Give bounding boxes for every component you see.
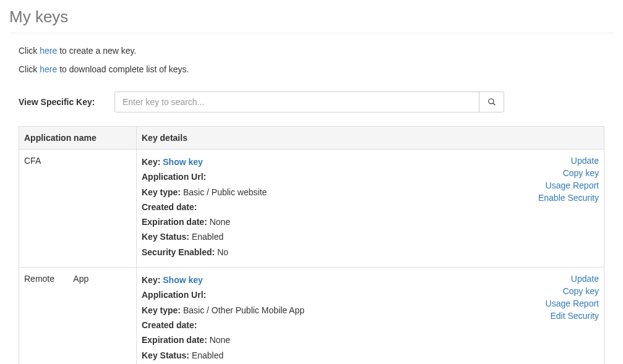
svg-point-0	[488, 99, 493, 104]
create-key-suffix: to create a new key.	[57, 46, 136, 56]
action-usage-report[interactable]: Usage Report	[538, 180, 599, 190]
col-header-appname: Application name	[19, 127, 137, 150]
download-keys-link[interactable]: here	[40, 64, 57, 74]
svg-line-1	[492, 103, 495, 106]
value-security-enabled: No	[217, 247, 228, 257]
label-expiration-date: Expiration date:	[142, 335, 207, 345]
create-key-link[interactable]: here	[40, 46, 57, 56]
download-keys-prefix: Click	[19, 64, 40, 74]
label-key: Key:	[142, 275, 160, 285]
label-app-url: Application Url:	[142, 290, 206, 300]
keys-table: Application name Key details CFA Key: Sh…	[19, 126, 604, 364]
search-button[interactable]	[479, 91, 504, 112]
label-created-date: Created date:	[142, 202, 197, 212]
search-input[interactable]	[114, 91, 479, 112]
label-key-status: Key Status:	[142, 232, 189, 242]
label-security-enabled: Security Enabled:	[142, 247, 215, 257]
app-name-cell: CFA	[19, 150, 137, 268]
label-key: Key:	[142, 157, 160, 167]
value-key-type: Basic / Public website	[183, 187, 267, 197]
value-key-type: Basic / Other Public Mobile App	[183, 305, 304, 315]
label-key-status: Key Status:	[142, 350, 189, 360]
value-key-status: Enabled	[192, 232, 223, 242]
download-keys-suffix: to download complete list of keys.	[57, 64, 189, 74]
action-copy-key[interactable]: Copy key	[546, 286, 599, 296]
label-app-url: Application Url:	[142, 172, 206, 182]
value-expiration-date: None	[210, 335, 230, 345]
search-label: View Specific Key:	[19, 97, 114, 107]
search-icon	[488, 98, 496, 106]
show-key-link[interactable]: Show key	[163, 157, 203, 167]
create-key-line: Click here to create a new key.	[19, 46, 604, 56]
table-row: CFA Key: Show key Application Url: Key t…	[19, 150, 604, 268]
page-title: My keys	[9, 0, 614, 33]
action-edit-security[interactable]: Edit Security	[546, 311, 599, 321]
search-input-group	[114, 91, 504, 112]
col-header-keydetails: Key details	[137, 127, 604, 150]
label-key-type: Key type:	[142, 305, 181, 315]
action-enable-security[interactable]: Enable Security	[538, 193, 599, 203]
show-key-link[interactable]: Show key	[163, 275, 203, 285]
download-keys-line: Click here to download complete list of …	[19, 64, 604, 74]
action-usage-report[interactable]: Usage Report	[546, 298, 599, 308]
label-key-type: Key type:	[142, 187, 181, 197]
app-name-cell: Remote App	[19, 268, 137, 364]
key-details-cell: Key: Show key Application Url: Key type:…	[137, 150, 604, 268]
label-expiration-date: Expiration date:	[142, 217, 207, 227]
label-created-date: Created date:	[142, 320, 197, 330]
action-update[interactable]: Update	[538, 156, 599, 166]
table-row: Remote App Key: Show key Application Url…	[19, 268, 604, 364]
content-area: Click here to create a new key. Click he…	[9, 46, 614, 364]
action-copy-key[interactable]: Copy key	[538, 168, 599, 178]
value-expiration-date: None	[210, 217, 230, 227]
search-row: View Specific Key:	[19, 91, 604, 112]
create-key-prefix: Click	[19, 46, 40, 56]
value-key-status: Enabled	[192, 350, 223, 360]
action-update[interactable]: Update	[546, 274, 599, 284]
key-details-cell: Key: Show key Application Url: Key type:…	[137, 268, 604, 364]
